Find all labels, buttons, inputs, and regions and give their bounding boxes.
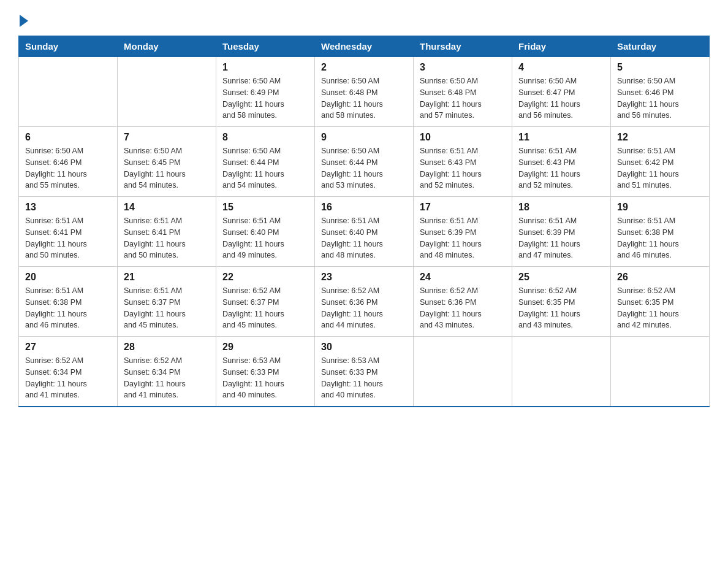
day-number: 11 xyxy=(518,132,604,143)
day-info: Sunrise: 6:51 AM Sunset: 6:38 PM Dayligh… xyxy=(617,215,703,261)
calendar-cell: 28Sunrise: 6:52 AM Sunset: 6:34 PM Dayli… xyxy=(118,337,216,407)
day-info: Sunrise: 6:50 AM Sunset: 6:46 PM Dayligh… xyxy=(25,145,111,191)
day-info: Sunrise: 6:51 AM Sunset: 6:41 PM Dayligh… xyxy=(124,215,210,261)
col-header-sunday: Sunday xyxy=(19,36,118,57)
calendar-cell: 25Sunrise: 6:52 AM Sunset: 6:35 PM Dayli… xyxy=(512,267,611,337)
day-number: 27 xyxy=(25,342,111,353)
calendar-cell xyxy=(19,57,118,127)
day-number: 3 xyxy=(420,62,506,73)
day-number: 17 xyxy=(420,202,506,213)
day-number: 12 xyxy=(617,132,703,143)
day-number: 26 xyxy=(617,272,703,283)
day-info: Sunrise: 6:51 AM Sunset: 6:39 PM Dayligh… xyxy=(420,215,506,261)
day-info: Sunrise: 6:52 AM Sunset: 6:36 PM Dayligh… xyxy=(420,285,506,331)
day-info: Sunrise: 6:52 AM Sunset: 6:34 PM Dayligh… xyxy=(25,355,111,401)
day-number: 16 xyxy=(321,202,407,213)
day-info: Sunrise: 6:51 AM Sunset: 6:37 PM Dayligh… xyxy=(124,285,210,331)
day-number: 25 xyxy=(518,272,604,283)
calendar-cell: 14Sunrise: 6:51 AM Sunset: 6:41 PM Dayli… xyxy=(118,197,216,267)
day-number: 30 xyxy=(321,342,407,353)
day-info: Sunrise: 6:52 AM Sunset: 6:35 PM Dayligh… xyxy=(617,285,703,331)
week-row-4: 20Sunrise: 6:51 AM Sunset: 6:38 PM Dayli… xyxy=(19,267,710,337)
logo xyxy=(18,12,28,25)
day-number: 21 xyxy=(124,272,210,283)
day-number: 8 xyxy=(222,132,308,143)
calendar-cell: 16Sunrise: 6:51 AM Sunset: 6:40 PM Dayli… xyxy=(315,197,414,267)
day-info: Sunrise: 6:50 AM Sunset: 6:47 PM Dayligh… xyxy=(518,75,604,121)
day-number: 23 xyxy=(321,272,407,283)
week-row-3: 13Sunrise: 6:51 AM Sunset: 6:41 PM Dayli… xyxy=(19,197,710,267)
week-row-1: 1Sunrise: 6:50 AM Sunset: 6:49 PM Daylig… xyxy=(19,57,710,127)
col-header-monday: Monday xyxy=(118,36,216,57)
day-info: Sunrise: 6:52 AM Sunset: 6:34 PM Dayligh… xyxy=(124,355,210,401)
day-number: 6 xyxy=(25,132,111,143)
week-row-5: 27Sunrise: 6:52 AM Sunset: 6:34 PM Dayli… xyxy=(19,337,710,407)
calendar-cell: 12Sunrise: 6:51 AM Sunset: 6:42 PM Dayli… xyxy=(611,127,710,197)
page-header xyxy=(18,12,710,25)
col-header-wednesday: Wednesday xyxy=(315,36,414,57)
day-info: Sunrise: 6:51 AM Sunset: 6:39 PM Dayligh… xyxy=(518,215,604,261)
col-header-friday: Friday xyxy=(512,36,611,57)
day-number: 29 xyxy=(222,342,308,353)
day-info: Sunrise: 6:53 AM Sunset: 6:33 PM Dayligh… xyxy=(321,355,407,401)
calendar-cell: 19Sunrise: 6:51 AM Sunset: 6:38 PM Dayli… xyxy=(611,197,710,267)
calendar-cell: 24Sunrise: 6:52 AM Sunset: 6:36 PM Dayli… xyxy=(414,267,512,337)
day-info: Sunrise: 6:50 AM Sunset: 6:46 PM Dayligh… xyxy=(617,75,703,121)
day-info: Sunrise: 6:53 AM Sunset: 6:33 PM Dayligh… xyxy=(222,355,308,401)
day-info: Sunrise: 6:50 AM Sunset: 6:45 PM Dayligh… xyxy=(124,145,210,191)
day-number: 28 xyxy=(124,342,210,353)
day-number: 24 xyxy=(420,272,506,283)
day-number: 2 xyxy=(321,62,407,73)
calendar-cell: 6Sunrise: 6:50 AM Sunset: 6:46 PM Daylig… xyxy=(19,127,118,197)
day-info: Sunrise: 6:51 AM Sunset: 6:40 PM Dayligh… xyxy=(321,215,407,261)
day-number: 4 xyxy=(518,62,604,73)
calendar-cell: 5Sunrise: 6:50 AM Sunset: 6:46 PM Daylig… xyxy=(611,57,710,127)
calendar-cell: 26Sunrise: 6:52 AM Sunset: 6:35 PM Dayli… xyxy=(611,267,710,337)
calendar-cell: 18Sunrise: 6:51 AM Sunset: 6:39 PM Dayli… xyxy=(512,197,611,267)
day-info: Sunrise: 6:51 AM Sunset: 6:43 PM Dayligh… xyxy=(420,145,506,191)
day-number: 14 xyxy=(124,202,210,213)
calendar-header-row: SundayMondayTuesdayWednesdayThursdayFrid… xyxy=(19,36,710,57)
col-header-thursday: Thursday xyxy=(414,36,512,57)
day-number: 10 xyxy=(420,132,506,143)
calendar-cell: 7Sunrise: 6:50 AM Sunset: 6:45 PM Daylig… xyxy=(118,127,216,197)
calendar-cell: 10Sunrise: 6:51 AM Sunset: 6:43 PM Dayli… xyxy=(414,127,512,197)
day-info: Sunrise: 6:51 AM Sunset: 6:41 PM Dayligh… xyxy=(25,215,111,261)
calendar-cell: 30Sunrise: 6:53 AM Sunset: 6:33 PM Dayli… xyxy=(315,337,414,407)
day-info: Sunrise: 6:51 AM Sunset: 6:40 PM Dayligh… xyxy=(222,215,308,261)
calendar-table: SundayMondayTuesdayWednesdayThursdayFrid… xyxy=(18,36,710,407)
calendar-cell: 3Sunrise: 6:50 AM Sunset: 6:48 PM Daylig… xyxy=(414,57,512,127)
week-row-2: 6Sunrise: 6:50 AM Sunset: 6:46 PM Daylig… xyxy=(19,127,710,197)
calendar-cell xyxy=(414,337,512,407)
day-info: Sunrise: 6:50 AM Sunset: 6:48 PM Dayligh… xyxy=(420,75,506,121)
day-number: 22 xyxy=(222,272,308,283)
day-number: 7 xyxy=(124,132,210,143)
logo-arrow-icon xyxy=(20,15,28,27)
day-number: 19 xyxy=(617,202,703,213)
day-number: 9 xyxy=(321,132,407,143)
day-info: Sunrise: 6:50 AM Sunset: 6:48 PM Dayligh… xyxy=(321,75,407,121)
calendar-cell: 13Sunrise: 6:51 AM Sunset: 6:41 PM Dayli… xyxy=(19,197,118,267)
day-number: 5 xyxy=(617,62,703,73)
calendar-cell: 4Sunrise: 6:50 AM Sunset: 6:47 PM Daylig… xyxy=(512,57,611,127)
day-info: Sunrise: 6:51 AM Sunset: 6:42 PM Dayligh… xyxy=(617,145,703,191)
day-number: 1 xyxy=(222,62,308,73)
day-number: 20 xyxy=(25,272,111,283)
calendar-cell: 21Sunrise: 6:51 AM Sunset: 6:37 PM Dayli… xyxy=(118,267,216,337)
calendar-cell: 8Sunrise: 6:50 AM Sunset: 6:44 PM Daylig… xyxy=(216,127,315,197)
calendar-cell xyxy=(512,337,611,407)
calendar-cell xyxy=(611,337,710,407)
day-info: Sunrise: 6:50 AM Sunset: 6:44 PM Dayligh… xyxy=(321,145,407,191)
calendar-cell: 29Sunrise: 6:53 AM Sunset: 6:33 PM Dayli… xyxy=(216,337,315,407)
calendar-cell: 22Sunrise: 6:52 AM Sunset: 6:37 PM Dayli… xyxy=(216,267,315,337)
calendar-cell: 9Sunrise: 6:50 AM Sunset: 6:44 PM Daylig… xyxy=(315,127,414,197)
calendar-cell: 11Sunrise: 6:51 AM Sunset: 6:43 PM Dayli… xyxy=(512,127,611,197)
calendar-cell: 27Sunrise: 6:52 AM Sunset: 6:34 PM Dayli… xyxy=(19,337,118,407)
day-info: Sunrise: 6:52 AM Sunset: 6:36 PM Dayligh… xyxy=(321,285,407,331)
col-header-tuesday: Tuesday xyxy=(216,36,315,57)
day-number: 15 xyxy=(222,202,308,213)
calendar-cell: 1Sunrise: 6:50 AM Sunset: 6:49 PM Daylig… xyxy=(216,57,315,127)
calendar-cell: 2Sunrise: 6:50 AM Sunset: 6:48 PM Daylig… xyxy=(315,57,414,127)
col-header-saturday: Saturday xyxy=(611,36,710,57)
day-number: 18 xyxy=(518,202,604,213)
